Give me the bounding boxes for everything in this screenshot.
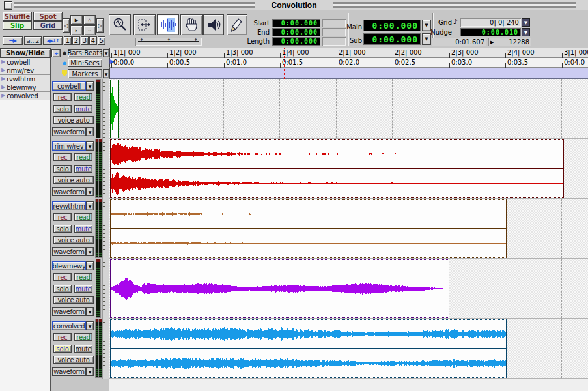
markers-ruler-dropdown[interactable]: ▼ <box>103 69 109 78</box>
track-name-dropdown[interactable]: ▼ <box>86 201 94 210</box>
read-button[interactable]: read <box>74 153 92 161</box>
start-value[interactable]: 0:00.000 <box>272 19 320 27</box>
audio-region[interactable] <box>110 199 507 258</box>
link-selection-button[interactable]: →▶ <box>3 36 23 45</box>
bars-ruler-dropdown[interactable]: ▼ <box>103 49 109 57</box>
track-list-item[interactable]: ▶rimw/rev <box>0 66 50 75</box>
waveform-view-dropdown[interactable]: ▼ <box>86 307 94 316</box>
audio-region[interactable] <box>110 139 564 198</box>
waveform-view-dropdown[interactable]: ▼ <box>86 127 94 136</box>
zoom-preset-5-button[interactable]: 5 <box>98 36 105 45</box>
grabber-tool-button[interactable] <box>180 14 203 35</box>
zoomer-tool-button[interactable] <box>109 14 131 35</box>
grid-value[interactable]: 0| 0| 240 <box>460 18 521 27</box>
grid-value-dropdown[interactable]: ▼ <box>522 18 530 27</box>
main-counter-value[interactable]: 0:00.000 <box>363 20 421 31</box>
track-lane[interactable] <box>109 199 588 259</box>
voice-auto-button[interactable]: voice auto <box>53 176 94 184</box>
read-button[interactable]: read <box>74 93 92 101</box>
mute-button[interactable]: mute <box>74 165 92 173</box>
minsecs-ruler-lane[interactable]: 0:00.00:00.50:01.00:01.50:02.00:02.50:03… <box>109 58 588 68</box>
slider-arrow-right[interactable]: ↑ <box>193 38 198 44</box>
rec-button[interactable]: rec <box>53 273 72 281</box>
grid-mode-button[interactable]: Grid <box>33 21 63 30</box>
mute-button[interactable]: mute <box>74 345 92 353</box>
track-list-item[interactable]: ▶cowbell <box>0 58 50 66</box>
slip-mode-button[interactable]: Slip <box>3 21 32 30</box>
track-speaker-button[interactable]: ◂▸ <box>51 49 61 57</box>
zoom-dashes-button[interactable]: -- <box>83 25 96 35</box>
waveform-view-button[interactable]: waveform <box>52 127 86 136</box>
title-bar[interactable]: Convolution <box>0 0 588 10</box>
voice-auto-button[interactable]: voice auto <box>53 356 94 364</box>
audio-region[interactable] <box>110 80 119 138</box>
nudge-value-dropdown[interactable]: ▼ <box>522 28 530 36</box>
track-name-dropdown[interactable]: ▼ <box>86 261 94 270</box>
waveform-view-button[interactable]: waveform <box>52 247 86 256</box>
voice-auto-button[interactable]: voice auto <box>53 236 94 244</box>
track-name-button[interactable]: convolved <box>52 321 86 330</box>
show-hide-button[interactable]: Show/Hide <box>0 48 51 58</box>
zoom-preset-2-button[interactable]: 2 <box>72 36 80 45</box>
min-secs-ruler-button[interactable]: Min:Secs <box>68 59 102 67</box>
mute-button[interactable]: mute <box>74 105 92 113</box>
track-lane[interactable] <box>109 79 588 139</box>
track-name-dropdown[interactable]: ▼ <box>86 141 94 151</box>
zoom-right-button[interactable]: ▷ <box>96 18 104 33</box>
track-lane[interactable] <box>109 319 588 379</box>
markers-ruler-lane[interactable] <box>109 68 588 79</box>
zoom-preset-3-button[interactable]: 3 <box>81 36 89 45</box>
solo-button[interactable]: solo <box>53 225 72 233</box>
markers-ruler-button[interactable]: Markers <box>68 69 102 78</box>
nav-arrows-button[interactable]: ◀▶↓↑ <box>43 36 63 45</box>
zoom-vertical-in-button[interactable]: ▶ <box>70 15 83 25</box>
slider-arrow-left[interactable]: ↑ <box>139 38 144 44</box>
read-button[interactable]: read <box>74 273 92 281</box>
audio-region[interactable] <box>110 319 507 378</box>
spot-mode-button[interactable]: Spot <box>33 12 63 21</box>
trim-tool-button[interactable] <box>133 14 156 35</box>
zoom-left-button[interactable]: ◁ <box>63 18 70 33</box>
zoom-dots-button[interactable]: ∴ <box>83 15 96 25</box>
voice-auto-button[interactable]: voice auto <box>53 296 94 304</box>
audio-region[interactable] <box>110 259 449 318</box>
track-name-button[interactable]: blewmewy <box>52 261 86 270</box>
solo-button[interactable]: solo <box>53 105 72 113</box>
track-lane[interactable] <box>109 139 588 199</box>
waveform-view-dropdown[interactable]: ▼ <box>86 367 94 376</box>
rec-button[interactable]: rec <box>53 333 72 341</box>
length-value[interactable]: 0:00.000 <box>272 37 320 46</box>
sub-counter-value[interactable]: 0:00.000 <box>363 33 421 45</box>
read-button[interactable]: read <box>74 213 92 221</box>
track-lane[interactable] <box>109 259 588 319</box>
solo-button[interactable]: solo <box>53 165 72 173</box>
waveform-view-button[interactable]: waveform <box>52 187 86 196</box>
rec-button[interactable]: rec <box>53 93 72 101</box>
waveform-view-dropdown[interactable]: ▼ <box>86 247 94 256</box>
waveform-view-button[interactable]: waveform <box>52 307 86 316</box>
zoom-preset-4-button[interactable]: 4 <box>89 36 97 45</box>
solo-button[interactable]: solo <box>53 345 72 353</box>
zoom-preset-1-button[interactable]: 1 <box>64 36 72 45</box>
selector-tool-button[interactable] <box>157 14 179 35</box>
rec-button[interactable]: rec <box>53 153 72 161</box>
track-name-button[interactable]: cowbell <box>52 81 86 91</box>
read-button[interactable]: read <box>74 333 92 341</box>
track-name-button[interactable]: revwthtrm <box>52 201 86 210</box>
bars-ruler-lane[interactable]: 1|1| 0001|2| 0001|3| 0001|4| 0002|1| 000… <box>109 48 588 58</box>
slider-arrow-mid[interactable]: ↑ <box>167 38 171 44</box>
scrubber-tool-button[interactable] <box>203 14 224 35</box>
track-name-dropdown[interactable]: ▼ <box>86 321 94 330</box>
voice-auto-button[interactable]: voice auto <box>53 116 94 124</box>
end-value[interactable]: 0:00.000 <box>272 28 320 36</box>
bars-beats-ruler-button[interactable]: Bars:Beats <box>68 49 102 57</box>
mute-button[interactable]: mute <box>74 225 92 233</box>
mute-button[interactable]: mute <box>74 285 92 293</box>
keyboard-focus-button[interactable]: a...z <box>24 36 42 45</box>
track-name-button[interactable]: rim w/rev <box>52 141 86 151</box>
zoom-vertical-out-button[interactable]: ▸ <box>70 25 83 35</box>
track-name-dropdown[interactable]: ▼ <box>86 81 94 91</box>
rec-button[interactable]: rec <box>53 213 72 221</box>
waveform-view-button[interactable]: waveform <box>52 367 86 376</box>
zoom-slider[interactable]: ↑ ↑ ↑ <box>135 38 202 46</box>
